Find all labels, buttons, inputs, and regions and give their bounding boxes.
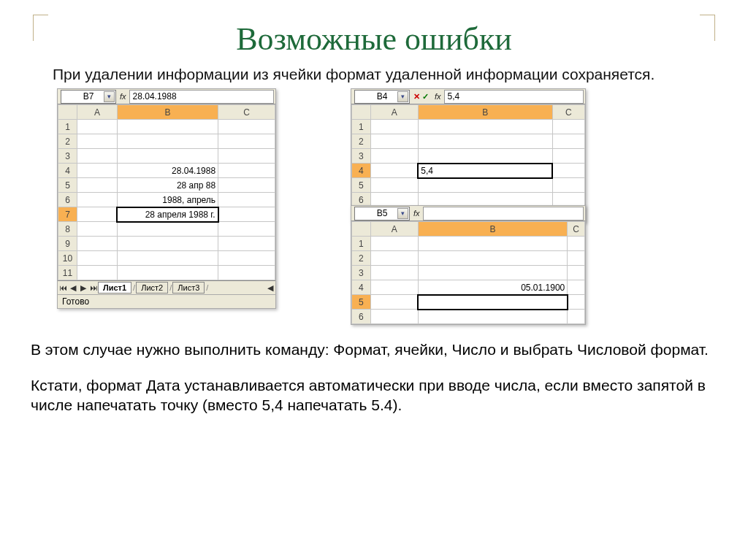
cell[interactable]: [117, 120, 218, 134]
fx-icon[interactable]: fx: [435, 92, 441, 101]
cell[interactable]: [77, 149, 117, 164]
cell[interactable]: [418, 149, 552, 164]
cell[interactable]: [77, 193, 117, 207]
row-header[interactable]: 1: [352, 237, 371, 251]
cell[interactable]: [218, 207, 275, 222]
row-header[interactable]: 3: [58, 149, 77, 164]
cell[interactable]: [370, 134, 418, 149]
col-header-c[interactable]: C: [218, 105, 275, 120]
tab-nav-last-icon[interactable]: ⏭: [88, 283, 99, 292]
row-header[interactable]: 10: [58, 251, 77, 266]
cell[interactable]: [552, 164, 584, 178]
sheet-tab-1[interactable]: Лист1: [98, 282, 131, 294]
cell[interactable]: [218, 222, 275, 237]
cell[interactable]: [370, 237, 418, 251]
row-header[interactable]: 5: [58, 178, 77, 193]
cell-b4-editing[interactable]: 5,4: [418, 164, 552, 178]
cell[interactable]: [218, 193, 275, 207]
cell[interactable]: [568, 295, 585, 310]
cell[interactable]: [370, 120, 418, 134]
row-header[interactable]: 6: [352, 310, 371, 324]
cell[interactable]: [568, 237, 585, 251]
cell[interactable]: [418, 134, 552, 149]
cell-b6[interactable]: 1988, апрель: [117, 193, 218, 207]
cell-b5[interactable]: 28 апр 88: [117, 178, 218, 193]
row-header[interactable]: 2: [352, 134, 371, 149]
name-box[interactable]: B4 ▾: [354, 90, 410, 104]
cell[interactable]: [218, 134, 275, 149]
cell[interactable]: [77, 164, 117, 178]
row-header[interactable]: 4: [58, 164, 77, 178]
cell[interactable]: [117, 237, 218, 251]
col-header-a[interactable]: A: [370, 105, 418, 120]
col-header-c[interactable]: C: [552, 105, 584, 120]
cell[interactable]: [418, 237, 567, 251]
col-header-c[interactable]: C: [568, 222, 585, 237]
cell[interactable]: [77, 207, 117, 222]
cell[interactable]: [418, 310, 567, 324]
cell[interactable]: [552, 134, 584, 149]
cell[interactable]: [77, 222, 117, 237]
dropdown-icon[interactable]: ▾: [397, 91, 408, 102]
cell[interactable]: [370, 251, 418, 266]
col-header-b[interactable]: B: [418, 105, 552, 120]
row-header[interactable]: 1: [352, 120, 371, 134]
cell[interactable]: [370, 164, 418, 178]
cell[interactable]: [370, 295, 418, 310]
cell[interactable]: [218, 178, 275, 193]
cell[interactable]: [117, 251, 218, 266]
name-box[interactable]: B7 ▾: [61, 90, 116, 104]
cell[interactable]: [77, 237, 117, 251]
tab-nav-next-icon[interactable]: ▶: [78, 283, 88, 293]
cell[interactable]: [77, 120, 117, 134]
col-header-a[interactable]: A: [370, 222, 418, 237]
fx-icon[interactable]: fx: [120, 92, 126, 101]
cancel-icon[interactable]: ✕: [413, 92, 420, 101]
tab-nav-prev-icon[interactable]: ◀: [68, 283, 78, 293]
cell-b7-selected[interactable]: 28 апреля 1988 г.: [117, 207, 218, 222]
cell[interactable]: [117, 266, 218, 280]
cell[interactable]: [218, 120, 275, 134]
cell-b4[interactable]: 28.04.1988: [117, 164, 218, 178]
cell[interactable]: [370, 280, 418, 295]
cell[interactable]: [370, 149, 418, 164]
cell[interactable]: [552, 120, 584, 134]
cell[interactable]: [218, 266, 275, 280]
cell[interactable]: [77, 251, 117, 266]
cell[interactable]: [218, 237, 275, 251]
formula-value[interactable]: [423, 207, 584, 220]
cell[interactable]: [117, 134, 218, 149]
cell[interactable]: [418, 266, 567, 280]
cell[interactable]: [418, 178, 552, 193]
row-header[interactable]: 3: [352, 149, 371, 164]
cell[interactable]: [218, 149, 275, 164]
cell[interactable]: [77, 178, 117, 193]
sheet-tab-3[interactable]: Лист3: [172, 282, 205, 294]
cell[interactable]: [370, 266, 418, 280]
formula-value[interactable]: 5,4: [444, 90, 584, 104]
row-header[interactable]: 5: [352, 295, 371, 310]
row-header[interactable]: 11: [58, 266, 77, 280]
hscroll-left-icon[interactable]: ◀: [265, 283, 275, 293]
col-header-b[interactable]: B: [418, 222, 567, 237]
cell[interactable]: [568, 310, 585, 324]
row-header[interactable]: 9: [58, 237, 77, 251]
select-all-corner[interactable]: [352, 105, 371, 120]
row-header[interactable]: 1: [58, 120, 77, 134]
cell[interactable]: [77, 266, 117, 280]
cell[interactable]: [218, 164, 275, 178]
cell-b4[interactable]: 05.01.1900: [418, 280, 567, 295]
cell[interactable]: [552, 178, 584, 193]
formula-value[interactable]: 28.04.1988: [129, 90, 274, 104]
row-header[interactable]: 5: [352, 178, 371, 193]
cell[interactable]: [370, 178, 418, 193]
cell[interactable]: [218, 251, 275, 266]
dropdown-icon[interactable]: ▾: [104, 91, 115, 102]
cell-b5-selected[interactable]: [418, 295, 567, 310]
cell[interactable]: [117, 149, 218, 164]
cell[interactable]: [370, 310, 418, 324]
row-header[interactable]: 3: [352, 266, 371, 280]
row-header[interactable]: 2: [58, 134, 77, 149]
cell[interactable]: [568, 266, 585, 280]
cell[interactable]: [568, 251, 585, 266]
